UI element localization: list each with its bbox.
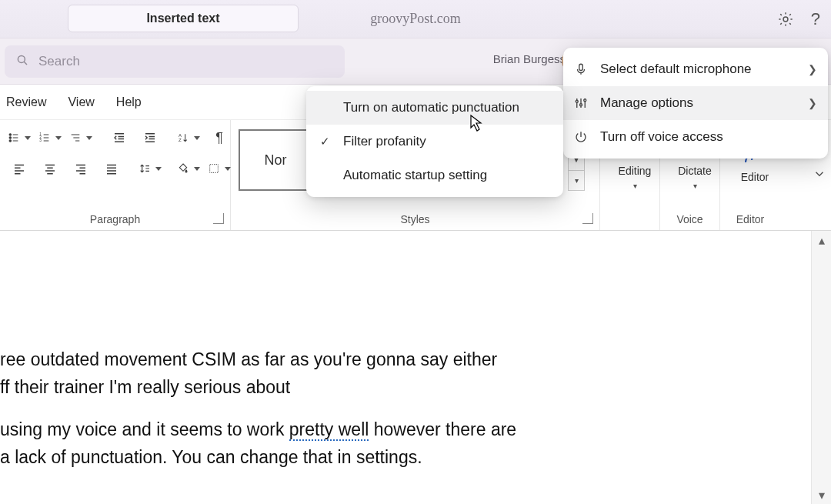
chevron-right-icon: ❯	[808, 63, 817, 75]
multilevel-list-button[interactable]	[69, 126, 92, 149]
line-spacing-button[interactable]	[138, 157, 162, 180]
svg-text:3: 3	[39, 139, 42, 142]
scroll-down-icon[interactable]: ▾	[812, 486, 831, 504]
menu-item-filter-profanity[interactable]: Filter profanity	[306, 125, 563, 159]
styles-dialog-launcher-icon[interactable]	[582, 213, 593, 224]
svg-point-4	[9, 140, 11, 142]
help-icon[interactable]: ?	[811, 9, 820, 29]
svg-point-15	[580, 104, 582, 106]
ribbon-group-label: Styles	[231, 213, 599, 225]
manage-options-submenu: Turn on automatic punctuation Filter pro…	[306, 86, 563, 197]
menu-item-auto-punctuation[interactable]: Turn on automatic punctuation	[306, 91, 563, 125]
menu-item-automatic-startup[interactable]: Automatic startup setting	[306, 159, 563, 192]
search-input[interactable]	[38, 54, 334, 69]
ribbon-group-label: Paragraph	[0, 213, 230, 225]
paragraph-dialog-launcher-icon[interactable]	[213, 213, 224, 224]
chevron-right-icon: ❯	[808, 97, 817, 109]
ribbon-expand-icon[interactable]	[813, 167, 826, 184]
search-box[interactable]	[5, 45, 345, 78]
ribbon-group-label: Voice	[660, 213, 719, 225]
increase-indent-button[interactable]	[138, 126, 162, 149]
power-icon	[574, 130, 588, 144]
document-title: Inserted text	[146, 12, 219, 25]
svg-rect-10	[210, 165, 219, 173]
svg-point-16	[584, 99, 586, 102]
dictate-label: Dictate	[678, 165, 712, 177]
document-title-pill[interactable]: Inserted text	[68, 5, 299, 32]
menu-item-label: Automatic startup setting	[343, 168, 487, 183]
title-bar: Inserted text groovyPost.com ?	[0, 0, 831, 38]
vertical-scrollbar[interactable]: ▴ ▾	[811, 231, 831, 504]
tune-icon	[574, 96, 588, 110]
menu-item-label: Select default microphone	[600, 62, 752, 77]
sort-button[interactable]: AZ	[177, 126, 200, 149]
svg-point-0	[783, 17, 788, 22]
grammar-underline[interactable]: pretty well	[289, 419, 369, 441]
align-center-button[interactable]	[38, 157, 62, 180]
align-right-button[interactable]	[69, 157, 92, 180]
bullets-button[interactable]	[8, 126, 31, 149]
menu-help[interactable]: Help	[116, 95, 142, 109]
style-card-label: Nor	[264, 152, 286, 169]
justify-button[interactable]	[100, 157, 123, 180]
svg-text:A: A	[179, 133, 182, 138]
paragraph-marks-button[interactable]: ¶	[208, 126, 231, 149]
search-icon	[15, 53, 29, 70]
editor-label: Editor	[741, 171, 769, 183]
decrease-indent-button[interactable]	[108, 126, 131, 149]
editing-label: Editing	[619, 165, 652, 177]
chevron-down-icon: ▾	[633, 182, 637, 190]
menu-item-manage-options[interactable]: Manage options ❯	[563, 86, 828, 120]
shading-button[interactable]	[177, 157, 200, 180]
menu-item-label: Turn on automatic punctuation	[343, 100, 519, 115]
menu-item-label: Turn off voice access	[600, 129, 723, 145]
menu-item-turn-off-voice-access[interactable]: Turn off voice access	[563, 120, 828, 154]
style-normal-card[interactable]: Nor	[239, 129, 312, 191]
menu-view[interactable]: View	[68, 95, 94, 109]
menu-item-label: Filter profanity	[343, 134, 426, 149]
voice-settings-menu: Select default microphone ❯ Manage optio…	[563, 48, 828, 159]
account-name[interactable]: Brian Burgess	[493, 52, 566, 65]
document-paragraph: using my voice and it seems to work pret…	[0, 416, 800, 471]
menu-review[interactable]: Review	[6, 95, 46, 109]
scroll-up-icon[interactable]: ▴	[812, 231, 831, 249]
svg-point-14	[576, 100, 578, 102]
align-left-button[interactable]	[8, 157, 31, 180]
menu-item-select-default-microphone[interactable]: Select default microphone ❯	[563, 52, 828, 86]
ribbon-group-label: Editor	[720, 213, 780, 225]
chevron-down-icon: ▾	[693, 182, 697, 190]
mic-icon	[574, 62, 588, 76]
settings-gear-icon[interactable]	[777, 11, 794, 28]
svg-point-3	[9, 137, 11, 139]
ribbon-group-paragraph: 123 AZ ¶	[0, 120, 231, 230]
svg-rect-13	[579, 64, 583, 70]
document-canvas[interactable]: ree outdated movement CSIM as far as you…	[0, 231, 831, 504]
menu-item-label: Manage options	[600, 95, 693, 111]
document-paragraph: ree outdated movement CSIM as far as you…	[0, 346, 800, 401]
styles-more-icon[interactable]: ▾	[569, 171, 584, 190]
svg-text:Z: Z	[179, 138, 182, 142]
svg-point-2	[9, 134, 11, 135]
svg-point-1	[18, 55, 25, 62]
site-watermark: groovyPost.com	[370, 11, 461, 27]
numbering-button[interactable]: 123	[38, 126, 62, 149]
borders-button[interactable]	[208, 157, 231, 180]
